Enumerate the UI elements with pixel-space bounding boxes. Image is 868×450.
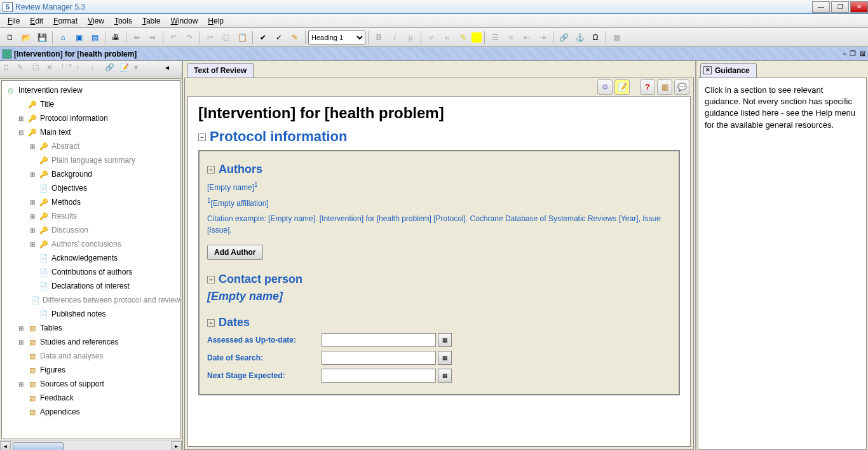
tree-item[interactable]: ⊞▧Studies and references: [2, 335, 180, 349]
toggle-icon[interactable]: ⊞: [17, 325, 25, 332]
tab-guidance[interactable]: ✕ Guidance: [700, 63, 757, 78]
editor-book-icon[interactable]: ▥: [657, 79, 672, 95]
protocol-heading[interactable]: −Protocol information: [198, 128, 680, 145]
print-icon[interactable]: 🖶: [108, 30, 123, 45]
tree-item[interactable]: ▧Appendices: [2, 405, 180, 419]
nav2-icon[interactable]: ▤: [87, 30, 102, 45]
date-input[interactable]: [322, 369, 436, 383]
tree-view[interactable]: ◎ Intervention review 🔑Title⊞🔑Protocol i…: [1, 80, 180, 439]
toggle-icon[interactable]: ⊞: [29, 143, 36, 150]
superscript-icon[interactable]: x²: [424, 30, 439, 45]
dates-heading[interactable]: −Dates: [207, 316, 671, 329]
tree-item[interactable]: ⊞🔑Authors' conclusions: [2, 237, 180, 251]
editor-tool-1-icon[interactable]: ⚙: [597, 79, 613, 95]
date-input[interactable]: [322, 351, 436, 365]
editor-content[interactable]: [Intervention] for [health problem] −Pro…: [187, 96, 691, 447]
menu-edit[interactable]: Edit: [25, 15, 48, 27]
collapse-icon[interactable]: −: [207, 166, 215, 174]
dock-minimize-icon[interactable]: ▫: [843, 50, 846, 58]
bullist-icon[interactable]: ≡: [503, 30, 519, 45]
toggle-icon[interactable]: ⊞: [29, 199, 36, 206]
tree-item[interactable]: 📄Acknowledgements: [2, 251, 180, 265]
toggle-icon[interactable]: ⊞: [17, 339, 25, 346]
tree-item[interactable]: 📄Differences between protocol and review: [2, 293, 180, 307]
tree-item[interactable]: ⊞🔑Abstract: [2, 139, 180, 153]
author-name[interactable]: [Empty name]1: [207, 181, 671, 192]
tree-item[interactable]: 🔑Title: [2, 97, 180, 111]
tree-item[interactable]: 📄Published notes: [2, 307, 180, 321]
menu-view[interactable]: View: [83, 15, 109, 27]
left-tb-9-icon[interactable]: 📝: [119, 63, 133, 77]
undo-icon[interactable]: ↶: [166, 30, 181, 45]
menu-format[interactable]: Format: [48, 15, 83, 27]
trackchanges-icon[interactable]: ✎: [287, 30, 302, 45]
tree-item[interactable]: ⊞🔑Results: [2, 209, 180, 223]
left-tb-8-icon[interactable]: 🔗: [105, 63, 119, 77]
tree-item[interactable]: ⊞🔑Background: [2, 167, 180, 181]
calendar-icon[interactable]: ▦: [438, 333, 452, 347]
cut-icon[interactable]: ✂: [203, 30, 218, 45]
left-tb-1-icon[interactable]: 🗋: [3, 63, 17, 77]
tree-item[interactable]: ⊞▧Tables: [2, 321, 180, 335]
toggle-icon[interactable]: ⊟: [17, 129, 25, 136]
collapse-icon[interactable]: −: [198, 133, 206, 141]
tree-item[interactable]: ▧Feedback: [2, 391, 180, 405]
tree-item[interactable]: ▧Data and analyses: [2, 349, 180, 363]
calendar-icon[interactable]: ▦: [438, 351, 452, 365]
contact-name[interactable]: [Empty name]: [207, 290, 671, 303]
collapse-icon[interactable]: −: [207, 319, 215, 327]
spellcheck-icon[interactable]: ✔: [255, 30, 271, 45]
scroll-left-icon[interactable]: ◄: [0, 441, 11, 450]
tree-item[interactable]: 📄Objectives: [2, 181, 180, 195]
tree-root[interactable]: ◎ Intervention review: [2, 83, 180, 97]
italic-icon[interactable]: i: [387, 30, 402, 45]
left-tb-6-icon[interactable]: ↑: [76, 63, 90, 77]
home-icon[interactable]: ⌂: [55, 30, 71, 45]
left-tb-4-icon[interactable]: ✕: [46, 63, 60, 77]
toggle-icon[interactable]: ⊞: [29, 213, 36, 220]
contact-heading[interactable]: −Contact person: [207, 273, 671, 286]
maximize-button[interactable]: ❐: [831, 1, 849, 13]
table-icon[interactable]: ▦: [609, 30, 624, 45]
editor-help-icon[interactable]: ?: [640, 79, 655, 95]
date-input[interactable]: [322, 333, 436, 347]
close-guidance-icon[interactable]: ✕: [703, 66, 712, 74]
anchor-icon[interactable]: ⚓: [572, 30, 587, 45]
tab-text-of-review[interactable]: Text of Review: [187, 63, 254, 78]
marker-icon[interactable]: [471, 32, 482, 43]
indent-icon[interactable]: ⇥: [535, 30, 550, 45]
menu-file[interactable]: File: [3, 15, 25, 27]
open-icon[interactable]: 📂: [18, 30, 34, 45]
left-tb-5-icon[interactable]: 1→2: [61, 63, 75, 77]
tree-item[interactable]: ⊟🔑Main text: [2, 125, 180, 139]
menu-window[interactable]: Window: [166, 15, 203, 27]
left-tb-2-icon[interactable]: ✎: [17, 63, 31, 77]
collapse-icon[interactable]: −: [207, 276, 215, 283]
menu-help[interactable]: Help: [203, 15, 229, 27]
omega-icon[interactable]: Ω: [588, 30, 603, 45]
highlight-icon[interactable]: ✎: [456, 30, 471, 45]
save-icon[interactable]: 💾: [34, 30, 50, 45]
menu-table[interactable]: Table: [137, 15, 166, 27]
copy-icon[interactable]: ⿻: [219, 30, 234, 45]
left-tb-collapse-icon[interactable]: ◂: [165, 63, 179, 77]
tree-item[interactable]: 📄Contributions of authors: [2, 265, 180, 279]
scroll-thumb[interactable]: [13, 442, 64, 450]
tree-item[interactable]: ⊞🔑Methods: [2, 195, 180, 209]
tree-item[interactable]: ⊞▧Sources of support: [2, 377, 180, 391]
toggle-icon[interactable]: ⊞: [17, 115, 25, 122]
paste-icon[interactable]: 📋: [234, 30, 250, 45]
numlist-icon[interactable]: ☰: [487, 30, 503, 45]
minimize-button[interactable]: —: [812, 1, 830, 13]
affiliation[interactable]: 1[Empty affiliation]: [207, 197, 671, 208]
toggle-icon[interactable]: ⊞: [29, 241, 36, 248]
left-tb-7-icon[interactable]: ↓: [90, 63, 104, 77]
dock-restore-icon[interactable]: ❐: [850, 50, 856, 58]
underline-icon[interactable]: u: [403, 30, 418, 45]
toggle-icon[interactable]: ⊞: [29, 227, 36, 234]
new-icon[interactable]: 🗋: [3, 30, 18, 45]
editor-comment-icon[interactable]: 💬: [674, 79, 689, 95]
outdent-icon[interactable]: ⇤: [519, 30, 534, 45]
link-icon[interactable]: 🔗: [556, 30, 571, 45]
style-dropdown[interactable]: Heading 1: [308, 31, 365, 44]
